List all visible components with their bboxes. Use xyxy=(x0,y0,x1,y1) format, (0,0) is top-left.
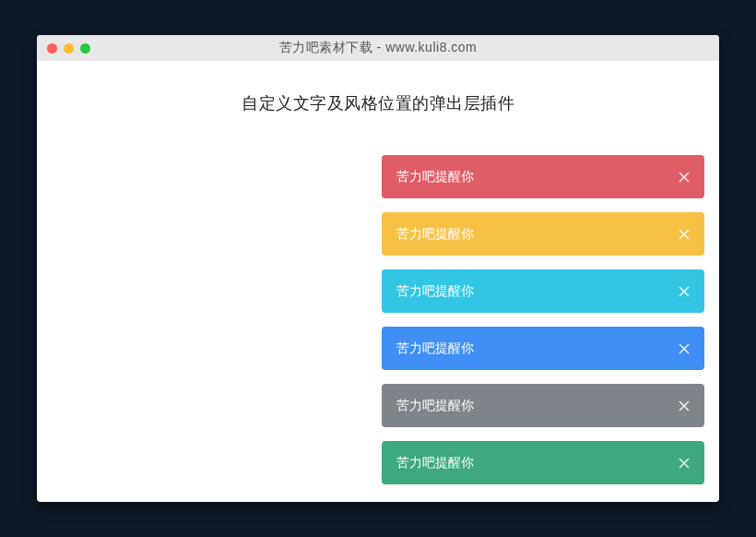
toast-item: 苦力吧提醒你 xyxy=(382,155,704,198)
traffic-lights xyxy=(37,43,90,54)
close-icon[interactable] xyxy=(677,227,691,242)
window-close-dot[interactable] xyxy=(47,43,57,54)
window-minimize-dot[interactable] xyxy=(64,43,74,54)
toast-stack: 苦力吧提醒你 苦力吧提醒你 苦力吧提醒你 苦力吧提醒你 xyxy=(37,155,719,484)
toast-item: 苦力吧提醒你 xyxy=(382,441,704,484)
toast-label: 苦力吧提醒你 xyxy=(396,169,474,185)
page-heading: 自定义文字及风格位置的弹出层插件 xyxy=(37,92,719,114)
close-icon[interactable] xyxy=(677,456,691,471)
toast-item: 苦力吧提醒你 xyxy=(382,212,704,256)
content-area: 自定义文字及风格位置的弹出层插件 苦力吧提醒你 苦力吧提醒你 苦力吧提醒你 xyxy=(37,61,719,484)
titlebar: 苦力吧素材下载 - www.kuli8.com xyxy=(37,35,719,61)
close-icon[interactable] xyxy=(677,341,691,356)
close-icon[interactable] xyxy=(677,284,691,299)
window-title: 苦力吧素材下载 - www.kuli8.com xyxy=(37,40,719,56)
toast-label: 苦力吧提醒你 xyxy=(396,340,474,357)
toast-label: 苦力吧提醒你 xyxy=(396,398,474,414)
toast-label: 苦力吧提醒你 xyxy=(396,226,474,243)
toast-item: 苦力吧提醒你 xyxy=(382,384,704,427)
toast-item: 苦力吧提醒你 xyxy=(382,269,704,313)
close-icon[interactable] xyxy=(677,399,691,413)
window-maximize-dot[interactable] xyxy=(80,43,90,54)
toast-item: 苦力吧提醒你 xyxy=(382,327,704,370)
toast-label: 苦力吧提醒你 xyxy=(396,283,474,300)
toast-label: 苦力吧提醒你 xyxy=(396,455,474,471)
app-window: 苦力吧素材下载 - www.kuli8.com 自定义文字及风格位置的弹出层插件… xyxy=(37,35,719,502)
close-icon[interactable] xyxy=(677,170,691,185)
